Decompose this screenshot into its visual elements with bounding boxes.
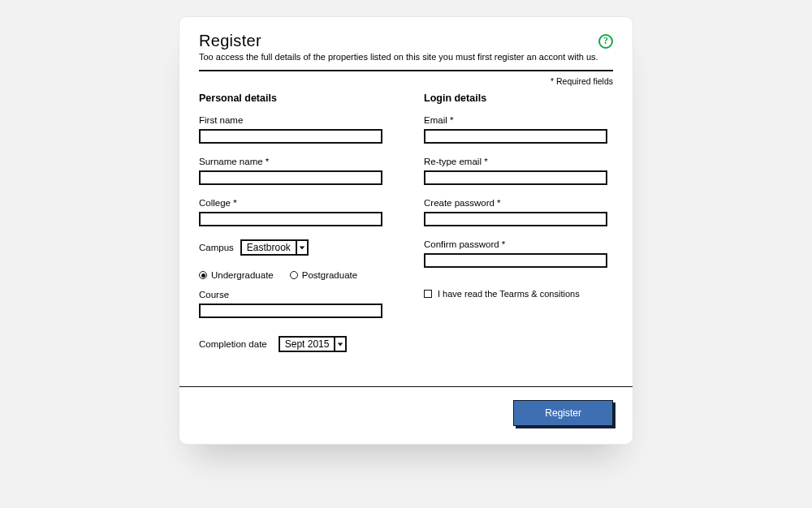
college-label: College * [199, 198, 388, 208]
college-input[interactable] [199, 212, 382, 226]
terms-checkbox-row[interactable]: I have read the Tearms & consitions [424, 289, 580, 299]
surname-label: Surname name * [199, 157, 388, 166]
surname-input[interactable] [199, 170, 382, 185]
email-input[interactable] [424, 129, 607, 144]
personal-details-column: Personal details First name Surname name… [199, 93, 388, 365]
terms-label: I have read the Tearms & consitions [438, 289, 580, 299]
campus-select[interactable]: Eastbrook [240, 239, 309, 256]
register-card: Register ? Too access the full details o… [179, 16, 633, 445]
completion-date-select[interactable]: Sept 2015 [279, 336, 348, 352]
login-details-column: Login details Email * Re-type email * Cr… [424, 93, 613, 365]
footer: Register [199, 400, 613, 426]
undergraduate-radio[interactable]: Undergraduate [199, 270, 274, 280]
postgraduate-radio[interactable]: Postgraduate [290, 270, 357, 280]
register-button[interactable]: Register [513, 400, 613, 426]
email-field: Email * [424, 115, 613, 144]
create-password-field: Create password * [424, 198, 613, 226]
login-details-heading: Login details [424, 93, 613, 104]
radio-icon [290, 271, 298, 279]
form-columns: Personal details First name Surname name… [199, 93, 613, 365]
chevron-down-icon [334, 338, 345, 351]
personal-details-heading: Personal details [199, 93, 388, 104]
create-password-input[interactable] [424, 212, 607, 226]
chevron-down-icon [296, 241, 307, 254]
help-icon[interactable]: ? [598, 34, 613, 49]
required-fields-note: * Required fields [199, 76, 613, 86]
page-title: Register [199, 32, 261, 50]
first-name-input[interactable] [199, 129, 382, 144]
retype-email-input[interactable] [424, 170, 607, 185]
checkbox-icon [424, 290, 432, 298]
campus-select-value: Eastbrook [242, 241, 296, 254]
completion-date-field: Completion date Sept 2015 [199, 336, 388, 352]
completion-date-label: Completion date [199, 339, 267, 349]
study-level-radios: Undergraduate Postgraduate [199, 270, 388, 280]
email-label: Email * [424, 115, 613, 125]
first-name-label: First name [199, 115, 388, 125]
campus-field: Campus Eastbrook [199, 239, 388, 256]
retype-email-label: Re-type email * [424, 157, 613, 166]
postgraduate-label: Postgraduate [302, 270, 357, 280]
course-input[interactable] [199, 304, 382, 318]
course-label: Course [199, 290, 388, 299]
footer-divider [179, 386, 633, 387]
first-name-field: First name [199, 115, 388, 144]
completion-date-value: Sept 2015 [280, 338, 335, 351]
surname-field: Surname name * [199, 157, 388, 185]
college-field: College * [199, 198, 388, 226]
retype-email-field: Re-type email * [424, 157, 613, 185]
create-password-label: Create password * [424, 198, 613, 208]
page-subtitle: Too access the full details of the prope… [199, 52, 613, 62]
course-field: Course [199, 290, 388, 318]
header-row: Register ? [199, 32, 613, 50]
confirm-password-input[interactable] [424, 253, 607, 268]
confirm-password-label: Confirm password * [424, 239, 613, 249]
radio-icon [199, 271, 207, 279]
header-divider [199, 70, 613, 71]
undergraduate-label: Undergraduate [211, 270, 274, 280]
confirm-password-field: Confirm password * [424, 239, 613, 268]
campus-label: Campus [199, 243, 234, 252]
